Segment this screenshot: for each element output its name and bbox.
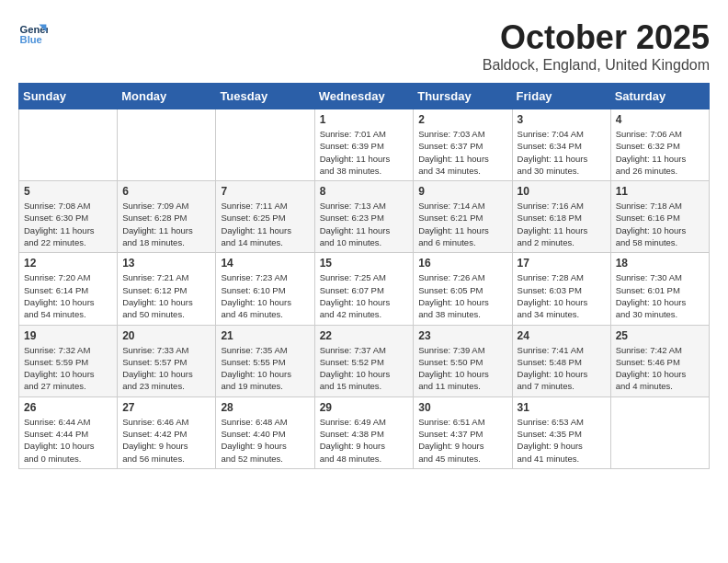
day-info: Sunrise: 7:39 AM Sunset: 5:50 PM Dayligh… xyxy=(418,344,506,393)
day-number: 5 xyxy=(24,185,112,198)
day-info: Sunrise: 7:37 AM Sunset: 5:52 PM Dayligh… xyxy=(320,344,409,393)
calendar-cell: 29Sunrise: 6:49 AM Sunset: 4:38 PM Dayli… xyxy=(314,396,414,468)
day-info: Sunrise: 7:18 AM Sunset: 6:16 PM Dayligh… xyxy=(616,200,704,248)
calendar-cell: 20Sunrise: 7:33 AM Sunset: 5:57 PM Dayli… xyxy=(118,325,216,396)
calendar-cell: 9Sunrise: 7:14 AM Sunset: 6:21 PM Daylig… xyxy=(414,181,512,253)
day-info: Sunrise: 7:33 AM Sunset: 5:57 PM Dayligh… xyxy=(122,344,210,393)
day-number: 13 xyxy=(122,257,210,270)
day-number: 1 xyxy=(320,113,409,126)
calendar-cell: 30Sunrise: 6:51 AM Sunset: 4:37 PM Dayli… xyxy=(414,396,512,468)
header: General Blue October 2025 Baldock, Engla… xyxy=(18,18,710,74)
day-info: Sunrise: 7:25 AM Sunset: 6:07 PM Dayligh… xyxy=(320,271,409,320)
day-info: Sunrise: 7:41 AM Sunset: 5:48 PM Dayligh… xyxy=(518,344,606,393)
calendar-cell xyxy=(610,396,709,468)
day-info: Sunrise: 7:13 AM Sunset: 6:23 PM Dayligh… xyxy=(320,200,409,248)
day-number: 9 xyxy=(418,185,506,198)
day-number: 17 xyxy=(518,257,606,270)
calendar-cell: 16Sunrise: 7:26 AM Sunset: 6:05 PM Dayli… xyxy=(414,253,512,325)
day-info: Sunrise: 7:35 AM Sunset: 5:55 PM Dayligh… xyxy=(221,344,309,393)
calendar-cell: 1Sunrise: 7:01 AM Sunset: 6:39 PM Daylig… xyxy=(314,109,414,181)
day-info: Sunrise: 7:06 AM Sunset: 6:32 PM Dayligh… xyxy=(616,128,704,177)
month-title: October 2025 xyxy=(483,18,710,57)
calendar-cell: 4Sunrise: 7:06 AM Sunset: 6:32 PM Daylig… xyxy=(610,109,709,181)
day-info: Sunrise: 7:14 AM Sunset: 6:21 PM Dayligh… xyxy=(418,200,506,248)
day-info: Sunrise: 7:03 AM Sunset: 6:37 PM Dayligh… xyxy=(418,128,506,177)
day-number: 7 xyxy=(221,185,309,198)
calendar-cell: 6Sunrise: 7:09 AM Sunset: 6:28 PM Daylig… xyxy=(118,181,216,253)
day-number: 31 xyxy=(518,401,606,414)
weekday-header-saturday: Saturday xyxy=(610,84,709,109)
calendar-cell: 27Sunrise: 6:46 AM Sunset: 4:42 PM Dayli… xyxy=(118,396,216,468)
day-number: 11 xyxy=(616,185,704,198)
day-number: 6 xyxy=(122,185,210,198)
calendar-cell: 21Sunrise: 7:35 AM Sunset: 5:55 PM Dayli… xyxy=(216,325,314,396)
day-number: 22 xyxy=(320,329,409,342)
day-info: Sunrise: 7:23 AM Sunset: 6:10 PM Dayligh… xyxy=(221,271,309,320)
calendar-cell: 31Sunrise: 6:53 AM Sunset: 4:35 PM Dayli… xyxy=(512,396,610,468)
calendar-cell: 26Sunrise: 6:44 AM Sunset: 4:44 PM Dayli… xyxy=(19,396,118,468)
day-info: Sunrise: 7:01 AM Sunset: 6:39 PM Dayligh… xyxy=(320,128,409,177)
calendar-cell: 3Sunrise: 7:04 AM Sunset: 6:34 PM Daylig… xyxy=(512,109,610,181)
day-info: Sunrise: 7:21 AM Sunset: 6:12 PM Dayligh… xyxy=(122,271,210,320)
week-row-1: 1Sunrise: 7:01 AM Sunset: 6:39 PM Daylig… xyxy=(19,109,710,181)
calendar-cell: 28Sunrise: 6:48 AM Sunset: 4:40 PM Dayli… xyxy=(216,396,314,468)
calendar-cell xyxy=(216,109,314,181)
day-info: Sunrise: 7:20 AM Sunset: 6:14 PM Dayligh… xyxy=(24,271,112,320)
calendar-cell xyxy=(118,109,216,181)
calendar: SundayMondayTuesdayWednesdayThursdayFrid… xyxy=(18,83,710,469)
day-info: Sunrise: 6:49 AM Sunset: 4:38 PM Dayligh… xyxy=(320,416,409,465)
weekday-header-thursday: Thursday xyxy=(414,84,512,109)
week-row-2: 5Sunrise: 7:08 AM Sunset: 6:30 PM Daylig… xyxy=(19,181,710,253)
day-info: Sunrise: 6:53 AM Sunset: 4:35 PM Dayligh… xyxy=(518,416,606,465)
day-info: Sunrise: 7:08 AM Sunset: 6:30 PM Dayligh… xyxy=(24,200,112,248)
day-number: 28 xyxy=(221,401,309,414)
weekday-header-row: SundayMondayTuesdayWednesdayThursdayFrid… xyxy=(19,84,710,109)
day-number: 4 xyxy=(616,113,704,126)
day-number: 19 xyxy=(24,329,112,342)
calendar-cell: 25Sunrise: 7:42 AM Sunset: 5:46 PM Dayli… xyxy=(610,325,709,396)
day-number: 2 xyxy=(418,113,506,126)
day-number: 25 xyxy=(616,329,704,342)
day-info: Sunrise: 7:16 AM Sunset: 6:18 PM Dayligh… xyxy=(518,200,606,248)
calendar-cell xyxy=(19,109,118,181)
day-number: 18 xyxy=(616,257,704,270)
day-number: 12 xyxy=(24,257,112,270)
calendar-cell: 14Sunrise: 7:23 AM Sunset: 6:10 PM Dayli… xyxy=(216,253,314,325)
weekday-header-friday: Friday xyxy=(512,84,610,109)
day-info: Sunrise: 6:46 AM Sunset: 4:42 PM Dayligh… xyxy=(122,416,210,465)
day-number: 30 xyxy=(418,401,506,414)
day-info: Sunrise: 7:04 AM Sunset: 6:34 PM Dayligh… xyxy=(518,128,606,177)
calendar-cell: 18Sunrise: 7:30 AM Sunset: 6:01 PM Dayli… xyxy=(610,253,709,325)
day-info: Sunrise: 7:26 AM Sunset: 6:05 PM Dayligh… xyxy=(418,271,506,320)
day-info: Sunrise: 7:42 AM Sunset: 5:46 PM Dayligh… xyxy=(616,344,704,393)
day-number: 8 xyxy=(320,185,409,198)
calendar-cell: 5Sunrise: 7:08 AM Sunset: 6:30 PM Daylig… xyxy=(19,181,118,253)
calendar-cell: 15Sunrise: 7:25 AM Sunset: 6:07 PM Dayli… xyxy=(314,253,414,325)
calendar-cell: 12Sunrise: 7:20 AM Sunset: 6:14 PM Dayli… xyxy=(19,253,118,325)
calendar-cell: 17Sunrise: 7:28 AM Sunset: 6:03 PM Dayli… xyxy=(512,253,610,325)
day-number: 24 xyxy=(518,329,606,342)
day-info: Sunrise: 6:48 AM Sunset: 4:40 PM Dayligh… xyxy=(221,416,309,465)
location-title: Baldock, England, United Kingdom xyxy=(483,57,710,74)
calendar-cell: 13Sunrise: 7:21 AM Sunset: 6:12 PM Dayli… xyxy=(118,253,216,325)
week-row-3: 12Sunrise: 7:20 AM Sunset: 6:14 PM Dayli… xyxy=(19,253,710,325)
calendar-cell: 23Sunrise: 7:39 AM Sunset: 5:50 PM Dayli… xyxy=(414,325,512,396)
day-number: 3 xyxy=(518,113,606,126)
week-row-5: 26Sunrise: 6:44 AM Sunset: 4:44 PM Dayli… xyxy=(19,396,710,468)
weekday-header-monday: Monday xyxy=(118,84,216,109)
logo: General Blue xyxy=(18,18,48,48)
calendar-cell: 7Sunrise: 7:11 AM Sunset: 6:25 PM Daylig… xyxy=(216,181,314,253)
day-info: Sunrise: 6:51 AM Sunset: 4:37 PM Dayligh… xyxy=(418,416,506,465)
calendar-cell: 8Sunrise: 7:13 AM Sunset: 6:23 PM Daylig… xyxy=(314,181,414,253)
day-number: 16 xyxy=(418,257,506,270)
day-number: 20 xyxy=(122,329,210,342)
day-info: Sunrise: 7:30 AM Sunset: 6:01 PM Dayligh… xyxy=(616,271,704,320)
logo-icon: General Blue xyxy=(18,18,48,48)
title-area: October 2025 Baldock, England, United Ki… xyxy=(483,18,710,74)
week-row-4: 19Sunrise: 7:32 AM Sunset: 5:59 PM Dayli… xyxy=(19,325,710,396)
day-number: 10 xyxy=(518,185,606,198)
day-number: 23 xyxy=(418,329,506,342)
calendar-cell: 11Sunrise: 7:18 AM Sunset: 6:16 PM Dayli… xyxy=(610,181,709,253)
calendar-cell: 22Sunrise: 7:37 AM Sunset: 5:52 PM Dayli… xyxy=(314,325,414,396)
day-info: Sunrise: 7:09 AM Sunset: 6:28 PM Dayligh… xyxy=(122,200,210,248)
